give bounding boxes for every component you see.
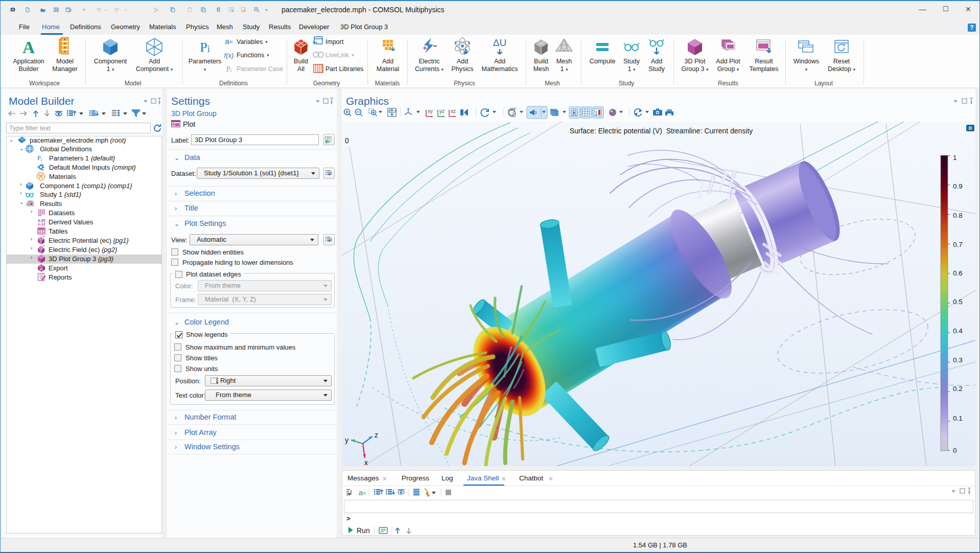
svg-text:yz: yz xyxy=(439,108,445,114)
svg-text:0: 0 xyxy=(953,447,957,454)
svg-text:0.3: 0.3 xyxy=(953,356,963,364)
svg-text:*: * xyxy=(43,235,45,240)
svg-text:1: 1 xyxy=(953,154,957,162)
svg-text:z: z xyxy=(375,431,378,439)
svg-text:x: x xyxy=(364,458,368,466)
svg-text:y: y xyxy=(345,436,348,444)
svg-text:Pi: Pi xyxy=(226,65,232,73)
svg-text:0.2: 0.2 xyxy=(953,385,963,393)
svg-text:59: 59 xyxy=(40,268,43,271)
svg-text:f(x): f(x) xyxy=(224,52,234,59)
svg-text:0.9: 0.9 xyxy=(953,182,963,190)
svg-text:0.8: 0.8 xyxy=(953,212,963,219)
svg-text:*: * xyxy=(43,244,45,249)
svg-text:Pi: Pi xyxy=(37,154,42,162)
svg-text:0.5: 0.5 xyxy=(953,298,963,306)
svg-text:0.4: 0.4 xyxy=(953,327,963,335)
svg-text:0.7: 0.7 xyxy=(953,241,963,248)
svg-text:0.6: 0.6 xyxy=(953,269,963,277)
svg-text:Run: Run xyxy=(357,526,370,535)
svg-text:e-12: e-12 xyxy=(38,222,45,226)
svg-text:xy: xy xyxy=(428,108,433,114)
svg-text:0: 0 xyxy=(345,136,349,145)
svg-text:xz: xz xyxy=(451,108,456,114)
svg-text:a=: a= xyxy=(359,489,366,497)
svg-text:0.1: 0.1 xyxy=(953,414,963,422)
svg-text:Surface: Electric potential (V: Surface: Electric potential (V) Streamli… xyxy=(570,127,753,135)
svg-text:a=: a= xyxy=(225,37,232,45)
